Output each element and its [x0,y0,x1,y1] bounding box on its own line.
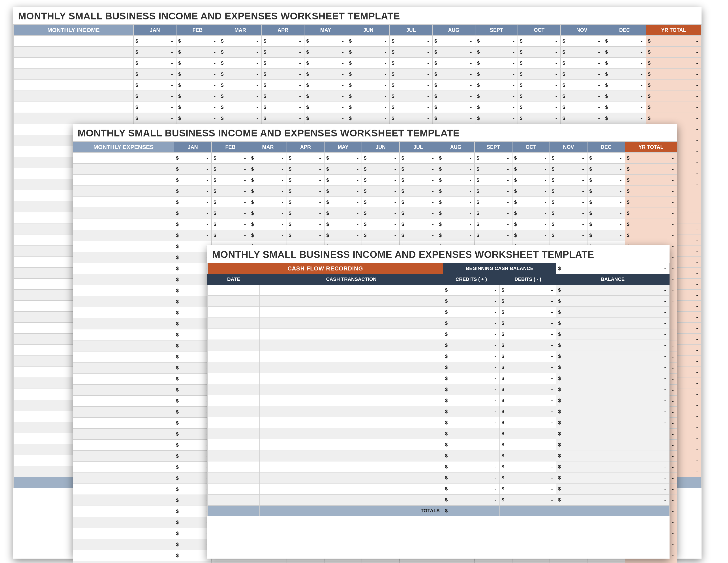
cashflow-debit-cell[interactable]: $- [500,384,556,395]
expenses-amount-cell[interactable]: $- [512,175,550,186]
income-amount-cell[interactable]: $- [219,91,262,102]
income-amount-cell[interactable]: $- [603,80,646,91]
income-amount-cell[interactable]: $- [304,36,347,47]
expenses-row-label[interactable] [73,296,174,307]
income-amount-cell[interactable]: $- [347,36,390,47]
income-amount-cell[interactable]: $- [219,102,262,113]
income-amount-cell[interactable]: $- [432,91,475,102]
expenses-amount-cell[interactable]: $- [512,219,550,230]
income-amount-cell[interactable]: $- [561,69,603,80]
expenses-amount-cell[interactable]: $- [362,186,399,197]
cashflow-credit-cell[interactable]: $- [443,373,499,384]
expenses-amount-cell[interactable]: $- [174,329,212,340]
income-amount-cell[interactable]: $- [133,47,176,58]
expenses-amount-cell[interactable]: $- [400,175,437,186]
expenses-amount-cell[interactable]: $- [437,164,475,175]
expenses-amount-cell[interactable]: $- [437,152,475,164]
expenses-amount-cell[interactable]: $- [174,506,212,517]
expenses-amount-cell[interactable]: $- [550,561,587,563]
income-row-label[interactable] [13,80,133,91]
expenses-amount-cell[interactable]: $- [212,186,249,197]
cashflow-credit-cell[interactable]: $- [443,296,499,307]
cashflow-debit-cell[interactable]: $- [500,373,556,384]
income-amount-cell[interactable]: $- [561,113,603,124]
income-amount-cell[interactable]: $- [262,113,304,124]
cashflow-debit-cell[interactable]: $- [500,450,556,461]
expenses-amount-cell[interactable]: $- [212,208,249,219]
income-amount-cell[interactable]: $- [518,113,561,124]
income-amount-cell[interactable]: $- [475,58,518,69]
income-amount-cell[interactable]: $- [133,80,176,91]
expenses-amount-cell[interactable]: $- [287,164,324,175]
cashflow-date-cell[interactable] [208,373,260,384]
expenses-amount-cell[interactable]: $- [174,384,212,396]
expenses-amount-cell[interactable]: $- [324,186,362,197]
cashflow-debit-cell[interactable]: $- [500,307,556,318]
income-amount-cell[interactable]: $- [475,102,518,113]
expenses-row-label[interactable] [73,186,174,197]
expenses-amount-cell[interactable]: $- [174,495,212,506]
expenses-amount-cell[interactable]: $- [362,197,399,208]
expenses-row-label[interactable] [73,318,174,329]
expenses-amount-cell[interactable]: $- [174,517,212,528]
expenses-amount-cell[interactable]: $- [400,197,437,208]
income-amount-cell[interactable]: $- [219,80,262,91]
expenses-amount-cell[interactable]: $- [174,208,212,219]
income-amount-cell[interactable]: $- [561,58,603,69]
cashflow-date-cell[interactable] [208,329,260,340]
expenses-row-label[interactable] [73,263,174,274]
expenses-amount-cell[interactable]: $- [174,351,212,362]
expenses-amount-cell[interactable]: $- [174,186,212,197]
cashflow-date-cell[interactable] [208,439,260,450]
income-amount-cell[interactable]: $- [262,91,304,102]
income-amount-cell[interactable]: $- [518,47,561,58]
income-amount-cell[interactable]: $- [561,91,603,102]
expenses-amount-cell[interactable]: $- [475,197,512,208]
expenses-amount-cell[interactable]: $- [587,219,625,230]
cashflow-debit-cell[interactable]: $- [500,296,556,307]
expenses-amount-cell[interactable]: $- [512,561,550,563]
expenses-amount-cell[interactable]: $- [212,152,249,164]
expenses-amount-cell[interactable]: $- [174,296,212,307]
cashflow-date-cell[interactable] [208,406,260,417]
income-amount-cell[interactable]: $- [475,69,518,80]
income-amount-cell[interactable]: $- [219,113,262,124]
expenses-amount-cell[interactable]: $- [512,208,550,219]
income-amount-cell[interactable]: $- [561,102,603,113]
expenses-amount-cell[interactable]: $- [212,164,249,175]
cashflow-credit-cell[interactable]: $- [443,318,499,329]
expenses-amount-cell[interactable]: $- [550,219,587,230]
income-row-label[interactable] [13,36,133,47]
expenses-row-label[interactable] [73,418,174,429]
expenses-row-label[interactable] [73,384,174,396]
expenses-amount-cell[interactable]: $- [437,230,475,241]
income-amount-cell[interactable]: $- [603,69,646,80]
expenses-amount-cell[interactable]: $- [212,561,249,563]
income-amount-cell[interactable]: $- [219,69,262,80]
income-amount-cell[interactable]: $- [133,91,176,102]
beginning-balance-value[interactable]: $- [556,263,669,274]
cashflow-credit-cell[interactable]: $- [443,329,499,340]
cashflow-debit-cell[interactable]: $- [500,428,556,439]
expenses-row-label[interactable] [73,362,174,373]
income-amount-cell[interactable]: $- [475,80,518,91]
expenses-amount-cell[interactable]: $- [249,230,287,241]
expenses-amount-cell[interactable]: $- [174,285,212,296]
cashflow-debit-cell[interactable]: $- [500,406,556,417]
cashflow-date-cell[interactable] [208,395,260,406]
expenses-row-label[interactable] [73,285,174,296]
expenses-amount-cell[interactable]: $- [287,219,324,230]
cashflow-date-cell[interactable] [208,461,260,472]
expenses-amount-cell[interactable]: $- [174,550,212,561]
expenses-amount-cell[interactable]: $- [287,197,324,208]
expenses-amount-cell[interactable]: $- [475,208,512,219]
expenses-amount-cell[interactable]: $- [174,396,212,407]
cashflow-credit-cell[interactable]: $- [443,439,499,450]
expenses-amount-cell[interactable]: $- [400,219,437,230]
expenses-row-label[interactable] [73,373,174,384]
income-amount-cell[interactable]: $- [432,80,475,91]
expenses-amount-cell[interactable]: $- [212,230,249,241]
cashflow-debit-cell[interactable]: $- [500,483,556,494]
cashflow-credit-cell[interactable]: $- [443,307,499,318]
cashflow-txn-cell[interactable] [260,318,443,329]
